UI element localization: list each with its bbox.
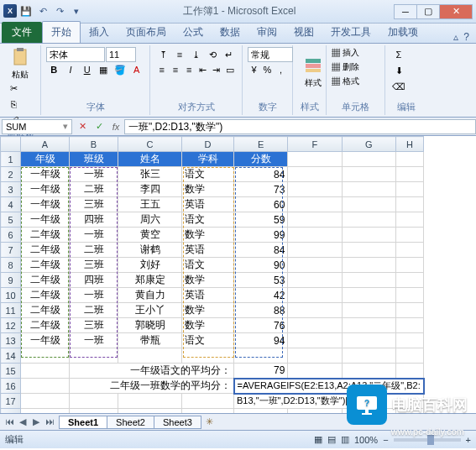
row-header[interactable]: 11 bbox=[1, 303, 21, 318]
cell[interactable] bbox=[288, 318, 342, 333]
cell[interactable]: 语文 bbox=[182, 333, 234, 348]
cell[interactable]: 二年级 bbox=[21, 318, 70, 333]
cell[interactable] bbox=[395, 348, 423, 364]
cell[interactable]: 一年级 bbox=[21, 167, 70, 182]
cell[interactable]: 二年级 bbox=[21, 273, 70, 288]
autosum-icon[interactable]: Σ bbox=[390, 47, 407, 62]
cell[interactable] bbox=[342, 288, 395, 303]
cell[interactable]: 张三 bbox=[118, 167, 182, 182]
help-icon[interactable]: ? bbox=[463, 31, 469, 43]
comma-icon[interactable]: , bbox=[275, 62, 287, 77]
maximize-button[interactable]: ▢ bbox=[416, 4, 440, 19]
formula-overflow[interactable]: B13,"一班",D2:D13,"数学")| bbox=[234, 394, 424, 409]
cell[interactable] bbox=[342, 152, 395, 167]
cell[interactable] bbox=[288, 333, 342, 348]
cell[interactable]: 42 bbox=[234, 288, 288, 303]
cell[interactable] bbox=[342, 364, 395, 379]
cell[interactable] bbox=[70, 348, 118, 364]
col-header-c[interactable]: C bbox=[118, 137, 182, 152]
cell[interactable]: 郑康定 bbox=[118, 273, 182, 288]
copy-icon[interactable]: ⎘ bbox=[5, 97, 22, 112]
cell[interactable] bbox=[395, 409, 423, 414]
row-header[interactable]: 10 bbox=[1, 288, 21, 303]
cell[interactable]: 英语 bbox=[182, 288, 234, 303]
cell[interactable] bbox=[342, 258, 395, 273]
col-header-h[interactable]: H bbox=[395, 137, 423, 152]
formula-input[interactable]: 一班",D2:D13,"数学") bbox=[124, 119, 476, 134]
cell[interactable]: 二年级 bbox=[21, 258, 70, 273]
cell[interactable] bbox=[118, 348, 182, 364]
cell[interactable]: 一年级 bbox=[21, 182, 70, 197]
cell[interactable]: 90 bbox=[234, 258, 288, 273]
cells-format-button[interactable]: ▦ 格式 bbox=[332, 76, 379, 87]
cell[interactable] bbox=[342, 243, 395, 258]
header-cell[interactable]: 班级 bbox=[70, 152, 118, 167]
cell[interactable]: 李四 bbox=[118, 182, 182, 197]
cell[interactable]: 三班 bbox=[70, 318, 118, 333]
row-header[interactable]: 16 bbox=[1, 379, 21, 394]
cell[interactable]: 53 bbox=[234, 273, 288, 288]
fill-color-icon[interactable]: 🪣 bbox=[112, 62, 128, 77]
cell[interactable] bbox=[395, 197, 423, 212]
cell[interactable] bbox=[342, 167, 395, 182]
cell[interactable]: 数学 bbox=[182, 273, 234, 288]
row-header[interactable]: 8 bbox=[1, 258, 21, 273]
cell[interactable] bbox=[70, 394, 118, 409]
cell[interactable] bbox=[288, 197, 342, 212]
cell[interactable] bbox=[395, 364, 423, 379]
cell[interactable] bbox=[395, 152, 423, 167]
cell[interactable]: 数学 bbox=[182, 228, 234, 243]
new-sheet-icon[interactable]: ✳ bbox=[201, 416, 218, 428]
row-header[interactable]: 14 bbox=[1, 348, 21, 364]
cell[interactable] bbox=[288, 258, 342, 273]
align-bottom-icon[interactable]: ⤓ bbox=[188, 47, 204, 62]
wrap-text-icon[interactable]: ↵ bbox=[221, 47, 237, 62]
bold-icon[interactable]: B bbox=[46, 62, 62, 77]
cell[interactable]: 一年级 bbox=[21, 212, 70, 228]
cell[interactable]: 四班 bbox=[70, 212, 118, 228]
align-left-icon[interactable]: ≡ bbox=[155, 62, 168, 77]
cells-delete-button[interactable]: ▦ 删除 bbox=[332, 61, 379, 73]
row-header[interactable]: 7 bbox=[1, 243, 21, 258]
cell[interactable]: 二班 bbox=[70, 303, 118, 318]
cell[interactable] bbox=[288, 303, 342, 318]
cell[interactable] bbox=[21, 364, 70, 379]
cell[interactable] bbox=[288, 348, 342, 364]
cell[interactable]: 王五 bbox=[118, 197, 182, 212]
cell[interactable] bbox=[21, 348, 70, 364]
name-box[interactable]: SUM ▾ bbox=[2, 119, 72, 134]
cell[interactable]: 94 bbox=[234, 333, 288, 348]
tab-review[interactable]: 审阅 bbox=[248, 22, 285, 43]
sheet-tab[interactable]: Sheet3 bbox=[154, 416, 201, 429]
cell[interactable]: 76 bbox=[234, 318, 288, 333]
row-header[interactable]: 15 bbox=[1, 364, 21, 379]
select-all-corner[interactable] bbox=[1, 137, 21, 152]
cell[interactable]: 二班 bbox=[70, 182, 118, 197]
cell[interactable]: 一年级 bbox=[21, 333, 70, 348]
tab-addins[interactable]: 加载项 bbox=[379, 22, 426, 43]
cell[interactable] bbox=[342, 228, 395, 243]
minimize-button[interactable]: ─ bbox=[394, 4, 417, 19]
cell[interactable]: 84 bbox=[234, 243, 288, 258]
cell[interactable] bbox=[395, 243, 423, 258]
cell[interactable]: 60 bbox=[234, 197, 288, 212]
font-color-icon[interactable]: A bbox=[128, 62, 144, 77]
row-header[interactable]: 3 bbox=[1, 182, 21, 197]
undo-icon[interactable]: ↶ bbox=[35, 4, 50, 19]
cell[interactable] bbox=[395, 288, 423, 303]
cell[interactable] bbox=[395, 182, 423, 197]
font-size-combo[interactable] bbox=[106, 47, 136, 62]
cell[interactable] bbox=[288, 243, 342, 258]
cell[interactable] bbox=[342, 409, 395, 414]
align-middle-icon[interactable]: ≡ bbox=[172, 47, 188, 62]
zoom-out-icon[interactable]: − bbox=[383, 435, 388, 445]
tab-view[interactable]: 视图 bbox=[285, 22, 322, 43]
cell[interactable]: 一班 bbox=[70, 333, 118, 348]
cell[interactable]: 英语 bbox=[182, 243, 234, 258]
cell[interactable]: 一班 bbox=[70, 288, 118, 303]
cell[interactable] bbox=[395, 258, 423, 273]
cell[interactable] bbox=[288, 152, 342, 167]
cell[interactable]: 谢鹤 bbox=[118, 243, 182, 258]
enter-formula-icon[interactable]: ✓ bbox=[91, 119, 107, 134]
cell[interactable] bbox=[70, 409, 118, 414]
